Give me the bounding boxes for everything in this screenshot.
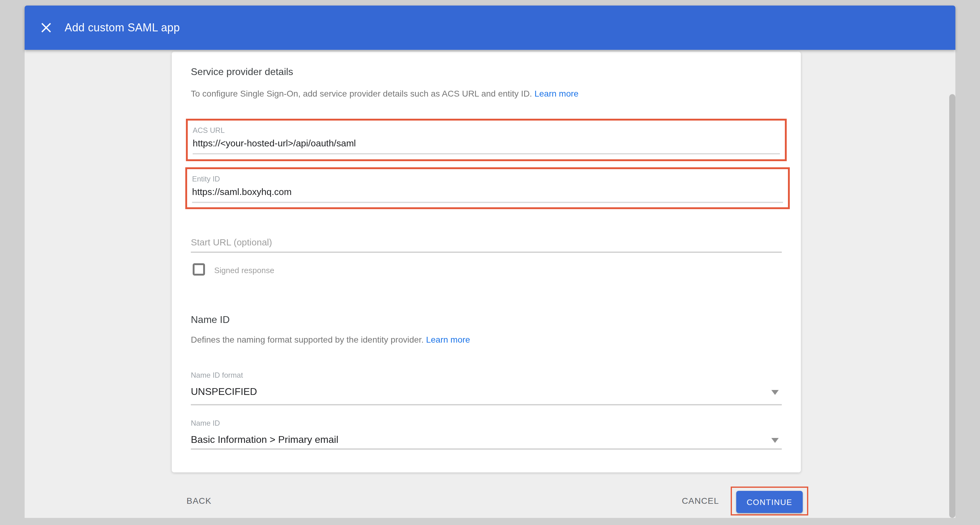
name-id-format-value[interactable]: UNSPECIFIED: [191, 386, 257, 397]
add-custom-saml-app-dialog: Add custom SAML app Service provider det…: [25, 6, 955, 518]
entity-id-highlight-box: Entity ID: [185, 167, 790, 209]
entity-id-input[interactable]: [192, 184, 783, 199]
name-id-value[interactable]: Basic Information > Primary email: [191, 434, 338, 445]
entity-id-underline: [192, 202, 783, 203]
close-icon: [41, 22, 52, 33]
start-url-input[interactable]: [191, 234, 782, 250]
signed-response-label: Signed response: [214, 266, 274, 275]
continue-highlight-box: CONTINUE: [731, 487, 808, 515]
name-id-label: Name ID: [191, 419, 220, 428]
entity-id-label: Entity ID: [192, 175, 220, 183]
name-id-format-dropdown-arrow-icon[interactable]: [771, 390, 779, 395]
vertical-scrollbar-thumb[interactable]: [949, 94, 955, 518]
section-description-name-id: Defines the naming format supported by t…: [191, 335, 470, 344]
acs-url-highlight-box: ACS URL: [186, 119, 787, 161]
screen: Add custom SAML app Service provider det…: [0, 0, 980, 525]
continue-button[interactable]: CONTINUE: [736, 491, 803, 513]
learn-more-link-service-provider[interactable]: Learn more: [535, 89, 578, 98]
section-title-name-id: Name ID: [191, 314, 230, 325]
dialog-title: Add custom SAML app: [65, 21, 180, 34]
signed-response-checkbox[interactable]: [192, 263, 205, 276]
name-id-description-text: Defines the naming format supported by t…: [191, 335, 423, 344]
acs-url-input[interactable]: [192, 135, 780, 150]
dialog-body: Service provider details To configure Si…: [25, 50, 955, 518]
cancel-button[interactable]: CANCEL: [682, 496, 719, 506]
section-title-service-provider: Service provider details: [191, 67, 293, 78]
start-url-underline: [191, 252, 782, 253]
acs-url-underline: [192, 153, 780, 154]
name-id-format-underline: [191, 404, 782, 405]
service-provider-description-text: To configure Single Sign-On, add service…: [191, 89, 532, 98]
dialog-header: Add custom SAML app: [25, 6, 955, 50]
close-button[interactable]: [38, 20, 54, 36]
learn-more-link-name-id[interactable]: Learn more: [426, 335, 470, 344]
name-id-format-label: Name ID format: [191, 371, 243, 379]
name-id-dropdown-arrow-icon[interactable]: [771, 438, 779, 443]
back-button[interactable]: BACK: [186, 496, 212, 506]
section-description-service-provider: To configure Single Sign-On, add service…: [191, 89, 579, 98]
service-provider-card: Service provider details To configure Si…: [172, 52, 801, 473]
acs-url-label: ACS URL: [192, 126, 225, 135]
name-id-underline: [191, 449, 782, 450]
